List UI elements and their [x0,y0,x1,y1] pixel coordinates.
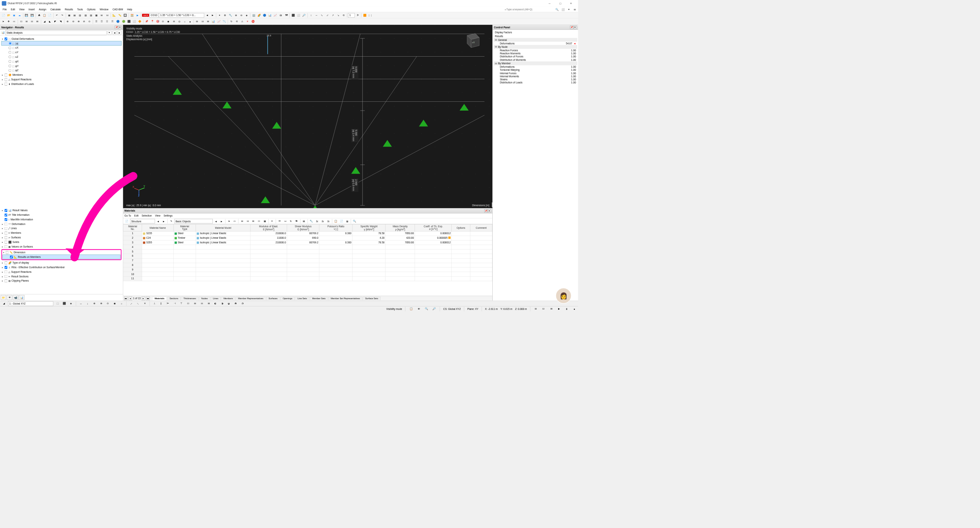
mt-icon[interactable]: ✎ [169,218,174,223]
layout-icon[interactable]: ▦ [67,13,72,18]
cb-icon[interactable]: ◉ [112,301,117,306]
mat-menu-view[interactable]: View [155,214,160,217]
t2-icon[interactable]: 🟢 [121,19,126,24]
cp-row[interactable]: Deformations54.67◄ [493,42,577,45]
display-icon[interactable]: 🌈 [257,13,262,18]
color-icon[interactable]: 🟧 [363,13,368,18]
tree-dimension[interactable]: ▾📏Dimension [2,250,120,255]
pager-next[interactable]: ► [142,297,145,300]
t2-icon[interactable]: ⊟ [200,19,205,24]
tab-line-sets[interactable]: Line Sets [295,297,310,300]
opt-ux[interactable]: ⬚uX [2,46,122,50]
menu-window[interactable]: Window [98,8,111,11]
table-row[interactable]: 6 [123,254,492,258]
tree-maxmin[interactable]: ↕Max/Min Information [2,217,122,222]
cb-icon[interactable]: ⊢ [165,301,170,306]
assistant-avatar[interactable]: 👩 [555,288,571,303]
tree-results-on-members[interactable]: 📐Results on Members [2,255,120,259]
mt-fx-icon[interactable]: fx [315,218,320,223]
sb-icon[interactable]: ⊠ [549,306,554,311]
t2-icon[interactable]: ◤ [53,19,58,24]
cp-row[interactable]: Distribution of Loads1.00 [493,81,577,84]
t2-icon[interactable]: ⊗ [76,19,81,24]
t2-icon[interactable]: ⊚ [172,19,176,24]
cb-icon[interactable]: ◐ [213,301,218,306]
cb-icon[interactable]: ⊡ [186,301,191,306]
cube-icon[interactable]: ⬛ [291,13,296,18]
tab-surfaces[interactable]: Surfaces [266,297,280,300]
cb-icon[interactable]: ◓ [233,301,238,306]
arrow-icon[interactable]: ↘ [336,13,341,18]
cb-icon[interactable]: ◔ [240,301,245,306]
layout-icon[interactable]: ▥ [78,13,83,18]
open-icon[interactable]: 📂 [7,13,11,18]
delete-icon[interactable]: ✕ [245,19,250,24]
t2-icon[interactable]: ◉ [166,19,171,24]
tab-openings[interactable]: Openings [280,297,295,300]
menu-tools[interactable]: Tools [75,8,85,11]
dots-icon[interactable]: ⋮⋮ [368,13,373,18]
frame-icon[interactable]: 🔲 [122,13,127,18]
mt-fx3-icon[interactable]: fx [326,218,331,223]
close-panel-icon[interactable]: ✕ [118,26,121,29]
col-header[interactable]: Options [452,224,470,231]
cb-icon[interactable]: ⟋ [129,301,134,306]
cb-icon[interactable]: ⊞ [193,301,198,306]
tree-lines[interactable]: ▸╱Lines [2,226,122,231]
t2-icon[interactable]: ⊘ [82,19,87,24]
cb-icon[interactable]: ✕ [142,301,147,306]
arrow-icon[interactable]: ↕ [309,13,314,18]
prev-icon[interactable]: ◄ [205,13,210,18]
tab-thicknesses[interactable]: Thicknesses [181,297,199,300]
t2-icon[interactable]: ↻ [229,19,234,24]
mt-fx2-icon[interactable]: fx [320,218,325,223]
arrow-icon[interactable]: ⤡ [320,13,325,18]
mt-icon[interactable]: ▭ [232,218,237,223]
tree-ribs[interactable]: ▸⊥Ribs - Effective Contribution on Surfa… [2,265,122,270]
pager-prev[interactable]: ◄ [129,297,132,300]
table-row[interactable]: 7 [123,258,492,263]
mt-icon[interactable]: ⇅ [288,218,293,223]
tree-clipping[interactable]: ▸▨Clipping Planes [2,279,122,283]
tree-solids[interactable]: ▸⬛Solids [2,240,122,244]
redo-icon[interactable]: ↷ [60,13,65,18]
menu-results[interactable]: Results [63,8,75,11]
cb-icon[interactable]: ∥ [159,301,164,306]
tab-members[interactable]: Members [221,297,235,300]
flag-icon[interactable]: 🏳 [355,13,360,18]
analysis-select[interactable]: Static Analysis [5,30,106,35]
sb-icon[interactable]: ⊟ [541,306,546,311]
copy-icon[interactable]: 📋 [42,13,47,18]
col-header[interactable]: Material Name [142,224,173,231]
t2-icon[interactable]: 🔵 [116,19,121,24]
tab-lines[interactable]: Lines [211,297,221,300]
mat-menu-goto[interactable]: Go To [124,214,131,217]
materials-grid[interactable]: MaterialNo.Material NameMaterialTypeMate… [123,224,493,296]
new-icon[interactable]: 📄 [1,13,6,18]
cb-icon[interactable]: ◢ [2,301,7,306]
tree-members2[interactable]: ▸━Members [2,231,122,235]
t2-icon[interactable]: ⊠ [35,19,40,24]
mt-icon[interactable]: ⇆ [294,218,299,223]
mt-icon[interactable]: ↤ [283,218,288,223]
sb-icon[interactable]: 🔍 [424,306,429,311]
mt-icon[interactable]: ⊡ [256,218,261,223]
pin-icon[interactable]: 📌 [484,209,487,212]
cp-section-header[interactable]: ⊟ By Node [493,45,577,49]
star-icon[interactable]: ✦ [217,13,222,18]
cp-section-header[interactable]: ⊟ By Member [493,61,577,65]
mt-icon[interactable]: 🗎 [345,218,350,223]
maximize-button[interactable]: ▢ [555,0,565,7]
t2-icon[interactable]: ⊞ [24,19,29,24]
t2-icon[interactable]: 📈 [216,19,221,24]
calc2-icon[interactable]: ▶ [135,13,140,18]
sb-icon[interactable]: 👁 [416,306,421,311]
col-header[interactable]: Comment [470,224,492,231]
t2-icon[interactable]: ◥ [58,19,63,24]
table-row[interactable]: 3 S355 Steel Isotropic | Linear Elastic … [123,240,492,245]
cb-icon[interactable]: ⊠ [206,301,211,306]
t2-icon[interactable]: 📌 [144,19,149,24]
toolbar-icon[interactable]: ≡ [567,7,572,12]
table-row[interactable]: 8 [123,263,492,267]
tree-deform[interactable]: ▸〰Deformation [2,222,122,226]
